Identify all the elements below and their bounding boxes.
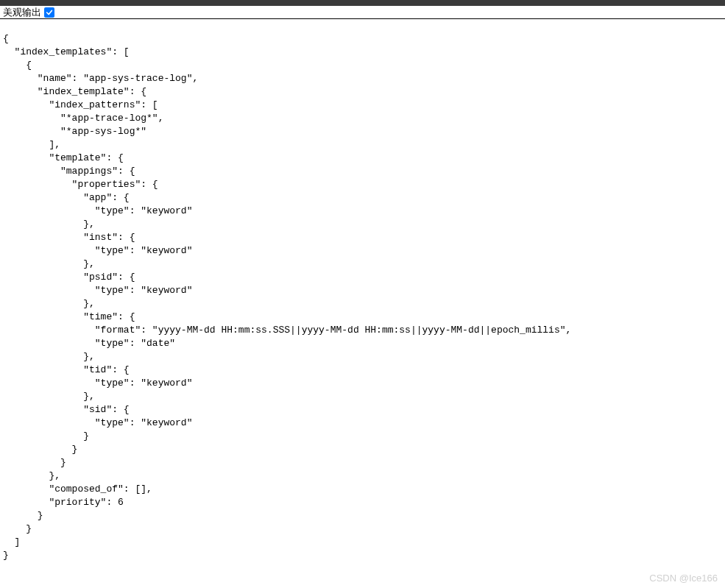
checkmark-icon bbox=[46, 9, 53, 16]
json-output: { "index_templates": [ { "name": "app-sy… bbox=[0, 19, 725, 565]
pretty-output-label: 美观输出 bbox=[3, 6, 41, 19]
pretty-output-checkbox[interactable] bbox=[44, 7, 54, 18]
top-bar bbox=[0, 0, 725, 6]
header-row: 美观输出 bbox=[0, 6, 725, 19]
watermark: CSDN @Ice166 bbox=[649, 573, 718, 584]
